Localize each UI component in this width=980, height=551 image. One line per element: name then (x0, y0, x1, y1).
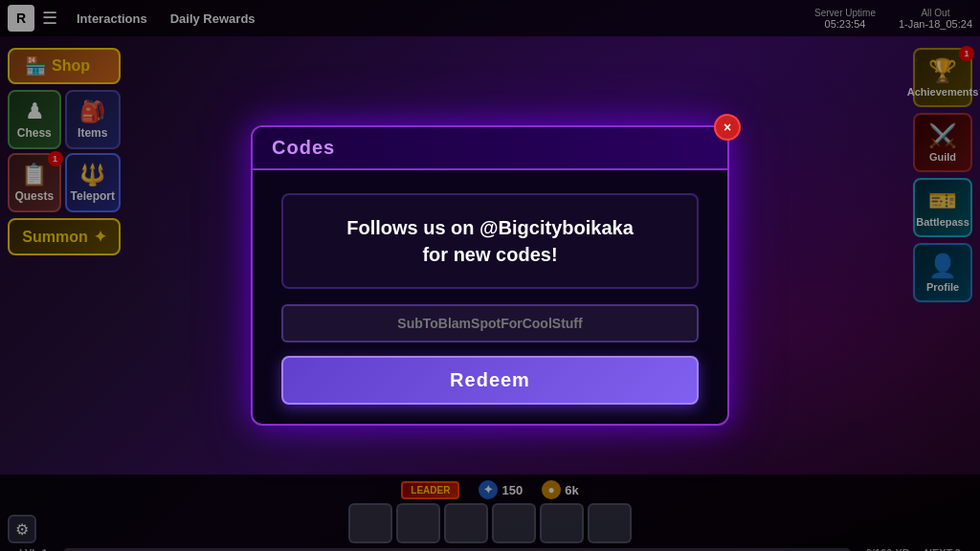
modal-message-text: Follows us on @Bigcityboikakafor new cod… (302, 214, 678, 268)
modal-message-box: Follows us on @Bigcityboikakafor new cod… (281, 193, 699, 289)
modal-backdrop: Codes × Follows us on @Bigcityboikakafor… (0, 0, 980, 551)
code-input[interactable] (281, 304, 699, 342)
modal-title: Codes (272, 137, 335, 158)
modal-body: Follows us on @Bigcityboikakafor new cod… (253, 170, 727, 424)
modal-close-button[interactable]: × (714, 114, 741, 141)
modal-title-bar: Codes × (253, 127, 727, 170)
codes-modal: Codes × Follows us on @Bigcityboikakafor… (251, 125, 729, 426)
redeem-button[interactable]: Redeem (281, 356, 699, 405)
